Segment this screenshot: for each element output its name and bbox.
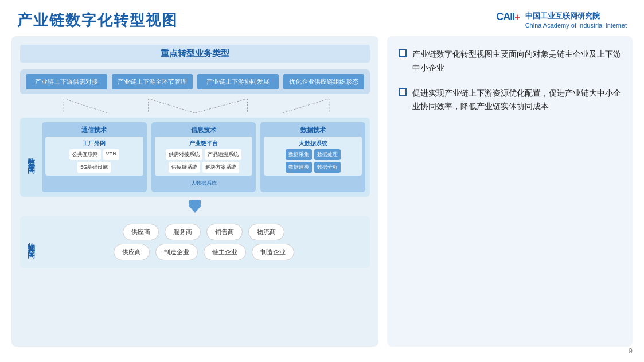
data-sub-row2: 数据建模 数据分析 (267, 162, 358, 173)
physical-row-1: 供应商 服务商 销售商 物流商 (42, 224, 365, 240)
bullet-square-2 (399, 88, 407, 96)
physical-space-label: 物理空间 (25, 221, 37, 263)
sub-supply-demand: 供需对接系统 (166, 149, 202, 160)
digital-space-label: 数字空间 (25, 122, 37, 192)
it-sub-row1: 供需对接系统 产品追溯系统 (158, 149, 249, 160)
tech-col-telecom: 通信技术 工厂外网 公共互联网 VPN 5G基础设施 (42, 122, 147, 192)
sub-supply-chain: 供应链系统 (169, 162, 200, 173)
svg-line-6 (195, 99, 248, 113)
platform-box: 产业链平台 供需对接系统 产品追溯系统 供应链系统 解决方案系统 (155, 137, 253, 176)
ellipse-supplier1: 供应商 (123, 224, 159, 240)
physical-space: 物理空间 供应商 服务商 销售商 物流商 供应商 制造企业 链主企业 制造企业 (20, 216, 370, 268)
factory-extranet-box: 工厂外网 公共互联网 VPN 5G基础设施 (45, 137, 143, 176)
logo-area: CAII+ 中国工业互联网研究院 China Academy of Indust… (496, 11, 627, 30)
digital-space: 数字空间 通信技术 工厂外网 公共互联网 VPN (20, 118, 370, 197)
bullet-item-2: 促进实现产业链上下游资源优化配置，促进产业链大中小企业协同效率，降低产业链实体协… (399, 87, 621, 114)
logo-caii: CAII+ (496, 11, 519, 30)
biz-type-1: 产业链上下游供需对接 (26, 74, 107, 89)
logo-text: 中国工业互联网研究院 China Academy of Industrial I… (525, 11, 627, 30)
sub-data-model: 数据建模 (286, 162, 312, 173)
sub-data-analysis: 数据分析 (314, 162, 341, 173)
biz-types-row: 产业链上下游供需对接 产业链上下游全环节管理 产业链上下游协同发展 优化企业供应… (26, 74, 364, 89)
sub-solution: 解决方案系统 (202, 162, 239, 173)
svg-line-5 (149, 99, 195, 113)
ellipse-manufacturer2: 制造企业 (252, 244, 294, 260)
bullet-text-1: 产业链数字化转型视图主要面向的对象是链主企业及上下游中小企业 (412, 48, 621, 75)
data-sub-row1: 数据采集 数据处理 (267, 149, 358, 160)
tech-col-data: 数据技术 大数据系统 数据采集 数据处理 数据建模 数据分析 (260, 122, 365, 192)
biz-type-3: 产业链上下游协同发展 (197, 74, 279, 89)
biz-type-4: 优化企业供应链组织形态 (283, 74, 365, 89)
sub-5g: 5G基础设施 (77, 162, 111, 173)
page-header: 产业链数字化转型视图 CAII+ 中国工业互联网研究院 China Academ… (0, 0, 644, 36)
connection-lines (20, 99, 370, 113)
sub-data-collect: 数据采集 (286, 149, 312, 160)
digital-inner: 通信技术 工厂外网 公共互联网 VPN 5G基础设施 (42, 122, 365, 192)
page-title: 产业链数字化转型视图 (17, 10, 178, 30)
biz-types-section: 产业链上下游供需对接 产业链上下游全环节管理 产业链上下游协同发展 优化企业供应… (20, 69, 370, 94)
section-title: 重点转型业务类型 (20, 45, 370, 63)
sub-vpn: VPN (103, 149, 120, 160)
ellipse-logistics: 物流商 (248, 224, 284, 240)
ellipse-manufacturer1: 制造企业 (155, 244, 198, 260)
page-number: 9 (629, 347, 633, 355)
sub-data-process: 数据处理 (314, 149, 341, 160)
ellipse-sales: 销售商 (206, 224, 243, 240)
svg-line-4 (64, 99, 107, 113)
bullet-text-2: 促进实现产业链上下游资源优化配置，促进产业链大中小企业协同效率，降低产业链实体协… (412, 87, 621, 114)
tech-col-it: 信息技术 产业链平台 供需对接系统 产品追溯系统 供应链系统 解决方案系统 (151, 122, 256, 192)
right-panel: 产业链数字化转型视图主要面向的对象是链主企业及上下游中小企业 促进实现产业链上下… (387, 36, 633, 347)
bigdata-system-box: 大数据系统 数据采集 数据处理 数据建模 数据分析 (264, 137, 362, 176)
ellipse-supplier2: 供应商 (114, 244, 150, 260)
ellipse-chain-master: 链主企业 (204, 244, 246, 260)
it-sub-row2: 供应链系统 解决方案系统 (158, 162, 249, 173)
diagram-area: 重点转型业务类型 产业链上下游供需对接 产业链上下游全环节管理 产业链上下游协同… (11, 36, 378, 347)
telecom-sub-row2: 5G基础设施 (49, 162, 140, 173)
svg-line-7 (283, 99, 329, 113)
arrow-down (20, 201, 370, 212)
physical-row-2: 供应商 制造企业 链主企业 制造企业 (42, 244, 365, 260)
telecom-sub-row1: 公共互联网 VPN (49, 149, 140, 160)
tech-row: 通信技术 工厂外网 公共互联网 VPN 5G基础设施 (42, 122, 365, 192)
sub-traceability: 产品追溯系统 (205, 149, 241, 160)
sub-bigdata-extra: 大数据系统 (188, 178, 220, 189)
ellipse-area: 供应商 服务商 销售商 物流商 供应商 制造企业 链主企业 制造企业 (42, 221, 365, 263)
ellipse-service: 服务商 (165, 224, 201, 240)
sub-public-internet: 公共互联网 (69, 149, 101, 160)
bullet-item-1: 产业链数字化转型视图主要面向的对象是链主企业及上下游中小企业 (399, 48, 621, 75)
bullet-square-1 (399, 49, 407, 57)
biz-type-2: 产业链上下游全环节管理 (112, 74, 193, 89)
main-content: 重点转型业务类型 产业链上下游供需对接 产业链上下游全环节管理 产业链上下游协同… (0, 36, 644, 352)
